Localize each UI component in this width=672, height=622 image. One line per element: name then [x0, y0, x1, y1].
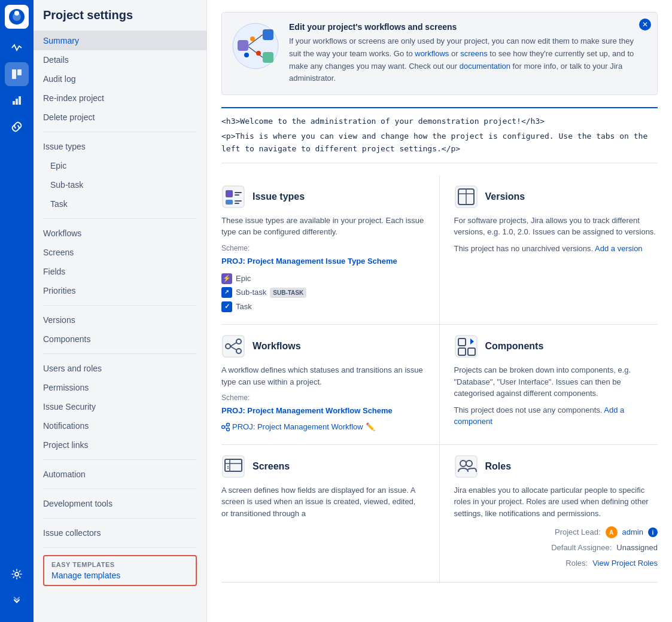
sidebar-item-reindex[interactable]: Re-index project: [34, 89, 206, 108]
workflow-link[interactable]: PROJ: Project Management Workflow: [232, 421, 363, 433]
expand-nav-icon[interactable]: [5, 589, 29, 612]
sidebar-item-epic[interactable]: Epic: [34, 156, 206, 175]
sidebar-item-automation[interactable]: Automation: [34, 465, 206, 484]
sidebar-item-task[interactable]: Task: [34, 194, 206, 214]
main-content: Edit your project's workflows and screen…: [207, 0, 672, 622]
sidebar-item-issue-security[interactable]: Issue Security: [34, 397, 206, 416]
banner-close-button[interactable]: ✕: [639, 19, 651, 31]
admin-avatar: A: [606, 526, 618, 538]
subtask-badge: SUB-TASK: [270, 288, 306, 298]
manage-templates-link[interactable]: Manage templates: [51, 571, 188, 580]
sidebar-item-delete[interactable]: Delete project: [34, 108, 206, 127]
issue-types-title: Issue types: [253, 191, 305, 202]
sidebar-item-audit-log[interactable]: Audit log: [34, 69, 206, 89]
versions-icon: [454, 185, 478, 209]
sidebar-item-screens[interactable]: Screens: [34, 243, 206, 262]
activity-nav-icon[interactable]: [5, 36, 29, 60]
workflow-scheme-link[interactable]: PROJ: Project Management Workflow Scheme: [221, 405, 425, 416]
divider-1: [43, 132, 197, 132]
components-icon: [454, 334, 478, 358]
sidebar-item-fields[interactable]: Fields: [34, 262, 206, 281]
subtask-type-icon: ↗: [221, 287, 232, 298]
components-body2: This project does not use any components…: [454, 404, 658, 428]
svg-rect-44: [455, 456, 477, 477]
project-lead-label: Project Lead:: [555, 526, 601, 538]
svg-rect-8: [263, 29, 273, 40]
sidebar-item-issue-collectors[interactable]: Issue collectors: [34, 523, 206, 542]
sidebar-item-dev-tools[interactable]: Development tools: [34, 494, 206, 513]
html-line1: <h3>Welcome to the administration of you…: [221, 115, 658, 128]
summary-grid: Issue types These issue types are availa…: [221, 175, 658, 583]
svg-rect-17: [226, 200, 233, 205]
sidebar-item-versions[interactable]: Versions: [34, 310, 206, 330]
documentation-link[interactable]: documentation: [460, 62, 510, 71]
roles-title: Roles: [485, 461, 512, 472]
sidebar-item-notifications[interactable]: Notifications: [34, 416, 206, 435]
versions-title: Versions: [485, 191, 525, 202]
epic-label: Epic: [236, 273, 251, 285]
sidebar-item-workflows[interactable]: Workflows: [34, 224, 206, 243]
svg-point-2: [14, 11, 19, 16]
sidebar-item-users-roles[interactable]: Users and roles: [34, 359, 206, 378]
divider-5: [43, 459, 197, 460]
project-description: <h3>Welcome to the administration of you…: [221, 107, 658, 163]
sidebar: Project settings Summary Details Audit l…: [34, 0, 207, 622]
banner-text: Edit your project's workflows and screen…: [289, 22, 647, 85]
screens-section: Screens A screen defines how fields are …: [221, 445, 440, 583]
default-assignee-row: Default Assignee: Unassigned: [454, 542, 658, 554]
svg-rect-9: [263, 52, 273, 63]
board-nav-icon[interactable]: [5, 62, 29, 86]
sidebar-item-project-links[interactable]: Project links: [34, 435, 206, 455]
app-logo[interactable]: [5, 5, 29, 29]
screens-body: A screen defines how fields are displaye…: [221, 484, 425, 520]
issue-types-icon: [221, 185, 245, 209]
epic-badge-row: ⚡ Epic: [221, 273, 425, 285]
admin-link[interactable]: admin: [622, 526, 643, 538]
project-lead-row: Project Lead: A admin i: [454, 526, 658, 538]
components-title: Components: [485, 341, 544, 352]
workflows-icon: [221, 334, 245, 358]
sidebar-item-summary[interactable]: Summary: [34, 31, 206, 50]
roles-meta: Project Lead: A admin i Default Assignee…: [454, 526, 658, 569]
edit-workflow-icon[interactable]: ✏️: [366, 421, 375, 433]
default-assignee-value: Unassigned: [616, 542, 658, 554]
roles-body: Jira enables you to allocate particular …: [454, 484, 658, 520]
divider-7: [43, 518, 197, 519]
settings-nav-icon[interactable]: [5, 562, 29, 586]
banner-title: Edit your project's workflows and screen…: [289, 22, 647, 32]
view-project-roles-link[interactable]: View Project Roles: [592, 557, 658, 569]
admin-info-icon[interactable]: i: [648, 528, 658, 537]
sidebar-item-details[interactable]: Details: [34, 50, 206, 69]
svg-rect-4: [17, 69, 22, 75]
scheme-label-2: Scheme:: [221, 392, 425, 403]
task-type-icon: ✓: [221, 301, 232, 312]
sidebar-item-permissions[interactable]: Permissions: [34, 378, 206, 397]
link-nav-icon[interactable]: [5, 115, 29, 139]
sidebar-item-components[interactable]: Components: [34, 330, 206, 349]
divider-6: [43, 489, 197, 489]
sidebar-item-issue-types[interactable]: Issue types: [34, 137, 206, 156]
html-line2: <p>This is where you can view and change…: [221, 130, 658, 156]
workflows-link[interactable]: workflows: [415, 49, 449, 58]
icon-bar: [0, 0, 34, 622]
svg-line-32: [225, 428, 227, 429]
svg-point-12: [250, 36, 255, 41]
components-section: Components Projects can be broken down i…: [440, 325, 658, 444]
svg-point-28: [222, 426, 225, 429]
chart-nav-icon[interactable]: [5, 89, 29, 112]
screens-title: Screens: [253, 461, 290, 472]
divider-3: [43, 305, 197, 306]
svg-point-30: [227, 428, 230, 431]
screens-link[interactable]: screens: [460, 49, 488, 58]
versions-section: Versions For software projects, Jira all…: [440, 175, 658, 325]
svg-point-14: [244, 53, 249, 57]
issue-type-scheme-link[interactable]: PROJ: Project Management Issue Type Sche…: [221, 256, 425, 267]
task-badge-row: ✓ Task: [221, 301, 425, 313]
roles-label: Roles:: [565, 557, 588, 569]
workflows-section: Workflows A workflow defines which statu…: [221, 325, 440, 444]
sidebar-item-subtask[interactable]: Sub-task: [34, 175, 206, 194]
versions-body2: This project has no unarchived versions.…: [454, 243, 658, 255]
sidebar-item-priorities[interactable]: Priorities: [34, 281, 206, 300]
add-version-link[interactable]: Add a version: [595, 244, 643, 253]
subtask-label: Sub-task: [236, 286, 266, 298]
